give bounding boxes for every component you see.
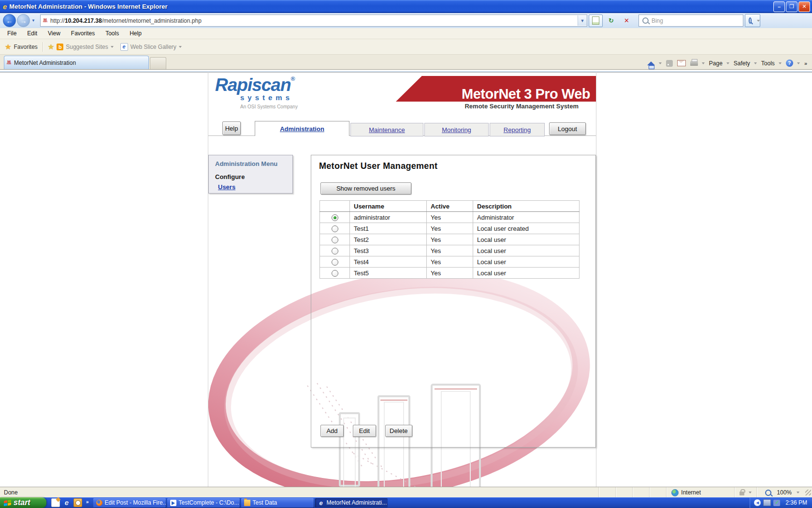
product-title: MetorNet 3 Pro Web: [462, 87, 596, 102]
history-dropdown-icon[interactable]: ▼: [31, 18, 35, 23]
toolbar-overflow-icon[interactable]: »: [804, 60, 807, 66]
window-titlebar[interactable]: e MetorNet Administration - Windows Inte…: [0, 0, 812, 13]
tray-collapse-icon[interactable]: ◄: [754, 499, 761, 506]
tab-reporting[interactable]: Reporting: [490, 123, 545, 136]
menu-file[interactable]: File: [6, 29, 18, 38]
status-bar: Done Internet 100%: [0, 487, 812, 498]
rapiscan-logo: Rapiscan® systems An OSI Systems Company: [215, 76, 321, 109]
tools-menu-button[interactable]: Tools: [761, 60, 782, 67]
bing-icon: b: [57, 44, 63, 50]
tab-monitoring[interactable]: Monitoring: [424, 123, 489, 136]
menu-bar: File Edit View Favorites Tools Help: [0, 28, 812, 39]
browser-toolbar: ← → ▼ Mnet http://10.204.217.38/metornet…: [0, 13, 812, 29]
web-slice-dropdown-icon[interactable]: [179, 46, 182, 48]
tab-administration[interactable]: Administration: [255, 121, 349, 136]
delete-button[interactable]: Delete: [385, 425, 412, 437]
url-path: /metornet/metornet_administration.php: [102, 17, 202, 24]
tray-network-icon[interactable]: [763, 499, 771, 506]
help-button[interactable]: Help: [222, 121, 241, 135]
help-menu-button[interactable]: ?: [786, 60, 800, 67]
start-button[interactable]: start: [0, 497, 46, 508]
table-row[interactable]: Test2 Yes Local user: [320, 234, 580, 245]
taskbar-button-metornet[interactable]: e MetorNet Administrati...: [315, 498, 388, 508]
maximize-button[interactable]: ❐: [786, 1, 798, 12]
add-button[interactable]: Add: [320, 425, 344, 437]
menu-help[interactable]: Help: [128, 29, 143, 38]
resize-grip[interactable]: [805, 490, 811, 495]
print-button[interactable]: [690, 61, 705, 66]
user-management-panel: MetorNet User Management Show removed us…: [311, 155, 596, 448]
column-select: [320, 201, 350, 212]
row-radio[interactable]: [332, 248, 338, 254]
quicklaunch-overflow-icon[interactable]: »: [86, 499, 89, 505]
table-row[interactable]: administrator Yes Administrator: [320, 212, 580, 223]
forward-button[interactable]: →: [17, 14, 30, 27]
table-row[interactable]: Test1 Yes Local user created: [320, 223, 580, 234]
zoom-icon: [765, 490, 771, 496]
row-radio[interactable]: [332, 259, 338, 266]
firefox-icon: [96, 500, 102, 506]
sidebar-section-configure: Configure: [215, 173, 292, 180]
url-protocol: http://: [50, 17, 65, 24]
tab-maintenance[interactable]: Maintenance: [350, 123, 423, 136]
ie-icon: e: [318, 500, 324, 506]
read-mail-button[interactable]: [677, 60, 686, 66]
refresh-button[interactable]: ↻: [604, 15, 618, 27]
row-radio-selected[interactable]: [332, 214, 338, 221]
show-removed-users-button[interactable]: Show removed users: [320, 182, 411, 194]
back-button[interactable]: ←: [3, 14, 16, 27]
desktop: { "window": { "title": "MetorNet Adminis…: [0, 0, 812, 508]
system-tray: ◄ 2:36 PM: [750, 497, 812, 508]
search-input[interactable]: Bing: [638, 15, 743, 27]
column-description: Description: [473, 201, 580, 212]
logout-button[interactable]: Logout: [549, 122, 586, 135]
address-dropdown-icon[interactable]: ▼: [578, 15, 587, 26]
taskbar: start e » Edit Post - Mozilla Fire... Te…: [0, 497, 812, 508]
browser-tab[interactable]: Mnet MetorNet Administration: [4, 56, 149, 69]
row-radio[interactable]: [332, 225, 338, 232]
quicklaunch-ie-icon[interactable]: e: [63, 499, 71, 507]
web-slice-gallery-button[interactable]: Web Slice Gallery: [130, 44, 176, 50]
safety-menu-button[interactable]: Safety: [734, 60, 757, 67]
url-host: 10.204.217.38: [65, 17, 102, 24]
row-radio[interactable]: [332, 237, 338, 243]
favorites-button[interactable]: Favorites: [14, 44, 37, 50]
address-bar[interactable]: Mnet http://10.204.217.38/metornet/metor…: [40, 15, 587, 27]
search-go-button[interactable]: [745, 14, 760, 27]
stop-button[interactable]: ✕: [620, 15, 634, 27]
menu-tools[interactable]: Tools: [104, 29, 120, 38]
zoom-control[interactable]: 100%: [756, 487, 805, 498]
add-favorite-icon[interactable]: ★: [48, 43, 54, 51]
taskbar-button-testdata[interactable]: Test Data: [241, 498, 314, 508]
administration-menu-panel: Administration Menu Configure Users: [208, 155, 293, 194]
protected-mode-button[interactable]: [734, 487, 756, 498]
table-actions: Add Edit Delete: [320, 425, 412, 437]
compatibility-view-button[interactable]: [589, 15, 603, 27]
suggested-sites-button[interactable]: Suggested Sites: [66, 44, 108, 50]
sidebar-title: Administration Menu: [215, 160, 292, 167]
favorites-star-icon: ★: [5, 43, 11, 51]
taskbar-button-firefox[interactable]: Edit Post - Mozilla Fire...: [93, 498, 166, 508]
table-row[interactable]: Test5 Yes Local user: [320, 268, 580, 279]
tab-title: MetorNet Administration: [14, 60, 76, 66]
menu-edit[interactable]: Edit: [26, 29, 39, 38]
sidebar-link-users[interactable]: Users: [218, 183, 235, 191]
page-menu-button[interactable]: Page: [709, 60, 729, 67]
tray-status-icon[interactable]: [773, 500, 780, 506]
taskbar-button-testcomplete[interactable]: TestComplete - C:\Do...: [167, 498, 240, 508]
table-row[interactable]: Test4 Yes Local user: [320, 256, 580, 268]
edit-button[interactable]: Edit: [353, 425, 376, 437]
new-tab-button[interactable]: [150, 57, 166, 69]
site-nav: Help Administration Maintenance Monitori…: [208, 120, 596, 136]
minimize-button[interactable]: –: [773, 1, 785, 12]
suggested-sites-dropdown-icon[interactable]: [111, 46, 114, 48]
menu-favorites[interactable]: Favorites: [70, 29, 96, 38]
home-button[interactable]: [647, 61, 662, 65]
row-radio[interactable]: [332, 270, 338, 277]
feeds-button[interactable]: [666, 60, 673, 67]
menu-view[interactable]: View: [46, 29, 62, 38]
table-row[interactable]: Test3 Yes Local user: [320, 245, 580, 256]
quicklaunch-notes-icon[interactable]: [51, 498, 60, 507]
quicklaunch-clock-icon[interactable]: [73, 498, 82, 507]
close-button[interactable]: ✕: [798, 1, 810, 12]
